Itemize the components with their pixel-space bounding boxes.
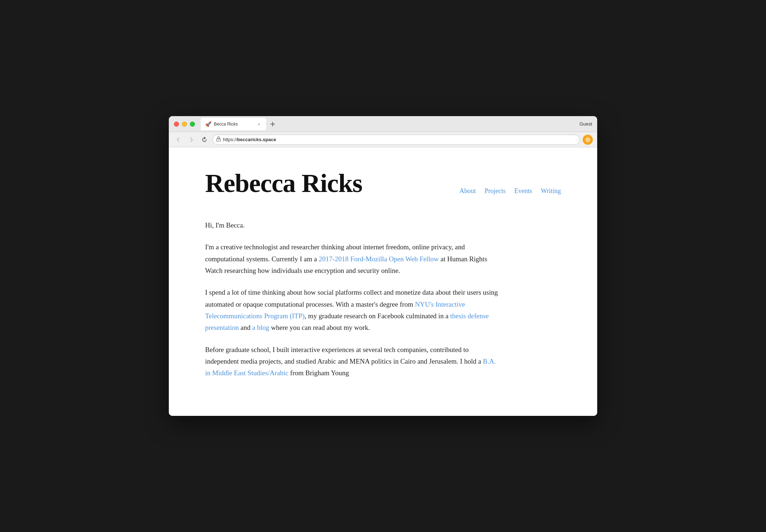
- greeting-paragraph: Hi, I'm Becca.: [205, 220, 503, 231]
- blog-link[interactable]: a blog: [252, 324, 269, 331]
- address-domain: beccaricks.space: [237, 137, 276, 142]
- reload-button[interactable]: [199, 135, 209, 145]
- site-navigation: About Projects Events Writing: [460, 187, 561, 198]
- nav-writing[interactable]: Writing: [541, 187, 561, 195]
- website-content: Rebecca Ricks About Projects Events Writ…: [169, 147, 597, 416]
- svg-point-3: [218, 140, 219, 140]
- paragraph-1: I'm a creative technologist and research…: [205, 241, 503, 277]
- browser-window: 🚀 Becca Ricks × Guest: [169, 116, 597, 416]
- paragraph-2: I spend a lot of time thinking about how…: [205, 287, 503, 333]
- address-text: https://beccaricks.space: [223, 137, 576, 142]
- tab-title-label: Becca Ricks: [214, 122, 253, 127]
- site-header: Rebecca Ricks About Projects Events Writ…: [205, 169, 561, 198]
- nav-projects[interactable]: Projects: [485, 187, 506, 195]
- greeting-text: Hi, I'm Becca.: [205, 221, 245, 229]
- title-bar: 🚀 Becca Ricks × Guest: [169, 116, 597, 132]
- site-body: Hi, I'm Becca. I'm a creative technologi…: [205, 220, 503, 379]
- tab-area: 🚀 Becca Ricks ×: [201, 118, 592, 130]
- site-title: Rebecca Ricks: [205, 169, 362, 198]
- minimize-button[interactable]: [182, 122, 187, 127]
- close-button[interactable]: [174, 122, 179, 127]
- svg-point-5: [587, 139, 588, 140]
- para3-text-after: from Brigham Young: [289, 369, 349, 377]
- secure-icon: [216, 136, 221, 143]
- tab-close-icon[interactable]: ×: [256, 121, 262, 127]
- extensions-button[interactable]: [583, 135, 593, 145]
- para2-text-middle: , my graduate research on Facebook culmi…: [305, 312, 450, 320]
- svg-rect-1: [270, 124, 275, 124]
- para3-text-before: Before graduate school, I built interact…: [205, 346, 483, 365]
- paragraph-3: Before graduate school, I built interact…: [205, 344, 503, 379]
- para2-and-text: and: [239, 324, 252, 331]
- nav-events[interactable]: Events: [514, 187, 532, 195]
- toolbar: https://beccaricks.space: [169, 132, 597, 147]
- traffic-lights: [174, 122, 195, 127]
- active-tab[interactable]: 🚀 Becca Ricks ×: [201, 118, 266, 130]
- para2-text-after: where you can read about my work.: [269, 324, 370, 331]
- tab-favicon-icon: 🚀: [205, 121, 211, 127]
- nav-about[interactable]: About: [460, 187, 476, 195]
- ford-mozilla-link[interactable]: 2017-2018 Ford-Mozilla Open Web Fellow: [319, 255, 439, 263]
- address-protocol: https://: [223, 137, 237, 142]
- new-tab-button[interactable]: [268, 119, 278, 129]
- forward-button[interactable]: [186, 135, 196, 145]
- address-bar[interactable]: https://beccaricks.space: [212, 135, 580, 145]
- back-button[interactable]: [173, 135, 183, 145]
- guest-label: Guest: [579, 121, 592, 127]
- maximize-button[interactable]: [190, 122, 195, 127]
